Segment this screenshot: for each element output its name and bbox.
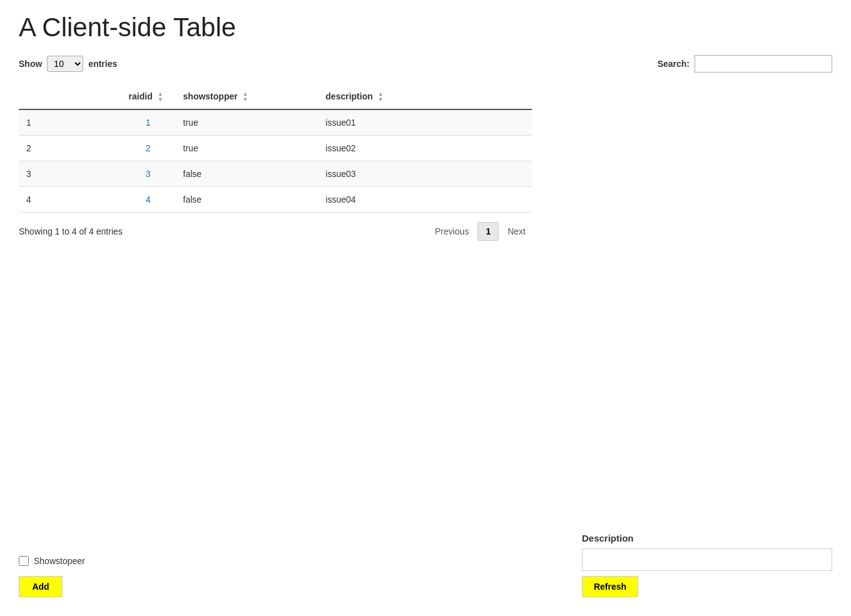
left-form: Showstopeer Add bbox=[19, 556, 85, 597]
col-header-raidid[interactable]: raidid ▲▼ bbox=[61, 85, 175, 109]
pagination-controls: Previous 1 Next bbox=[429, 222, 532, 241]
description-label: Description bbox=[582, 533, 832, 543]
next-button[interactable]: Next bbox=[501, 223, 532, 240]
cell-raidid: 1 bbox=[61, 109, 175, 136]
bottom-section: Showstopeer Add Description Refresh bbox=[0, 520, 851, 616]
cell-rownum: 3 bbox=[19, 161, 61, 187]
cell-rownum: 2 bbox=[19, 136, 61, 161]
col-header-rownum bbox=[19, 85, 61, 109]
table-row: 4 4 false issue04 bbox=[19, 187, 532, 213]
raidid-sort-icon[interactable]: ▲▼ bbox=[158, 91, 163, 103]
table-header-row: raidid ▲▼ showstopper ▲▼ description ▲▼ bbox=[19, 85, 532, 109]
table-row: 3 3 false issue03 bbox=[19, 161, 532, 187]
controls-row: Show 10 25 50 100 entries Search: bbox=[19, 55, 832, 73]
cell-raidid: 4 bbox=[61, 187, 175, 213]
cell-rownum: 4 bbox=[19, 187, 61, 213]
cell-raidid: 2 bbox=[61, 136, 175, 161]
right-form: Description Refresh bbox=[582, 533, 832, 597]
show-label: Show bbox=[19, 59, 42, 69]
col-header-description-label: description bbox=[325, 91, 372, 101]
data-table: raidid ▲▼ showstopper ▲▼ description ▲▼ … bbox=[19, 85, 532, 213]
col-header-description[interactable]: description ▲▼ bbox=[318, 85, 532, 109]
cell-showstopper: true bbox=[176, 136, 318, 161]
col-header-raidid-label: raidid bbox=[129, 91, 153, 101]
page-title: A Client-side Table bbox=[19, 13, 832, 43]
search-label: Search: bbox=[658, 59, 690, 69]
cell-description: issue02 bbox=[318, 136, 532, 161]
cell-showstopper: false bbox=[176, 187, 318, 213]
search-input[interactable] bbox=[695, 55, 832, 73]
table-row: 2 2 true issue02 bbox=[19, 136, 532, 161]
description-sort-icon[interactable]: ▲▼ bbox=[378, 91, 384, 103]
showstopper-row: Showstopeer bbox=[19, 556, 85, 566]
entries-label: entries bbox=[88, 59, 117, 69]
pagination-row: Showing 1 to 4 of 4 entries Previous 1 N… bbox=[19, 222, 532, 241]
cell-showstopper: false bbox=[176, 161, 318, 187]
search-area: Search: bbox=[658, 55, 832, 73]
cell-showstopper: true bbox=[176, 109, 318, 136]
showstopper-checkbox[interactable] bbox=[19, 556, 29, 566]
showstopper-sort-icon[interactable]: ▲▼ bbox=[243, 91, 248, 103]
refresh-button[interactable]: Refresh bbox=[582, 576, 638, 597]
description-input[interactable] bbox=[582, 548, 832, 571]
cell-description: issue01 bbox=[318, 109, 532, 136]
col-header-showstopper[interactable]: showstopper ▲▼ bbox=[176, 85, 318, 109]
previous-button[interactable]: Previous bbox=[429, 223, 475, 240]
cell-raidid: 3 bbox=[61, 161, 175, 187]
pagination-info: Showing 1 to 4 of 4 entries bbox=[19, 226, 123, 236]
cell-rownum: 1 bbox=[19, 109, 61, 136]
col-header-showstopper-label: showstopper bbox=[183, 91, 238, 101]
add-button[interactable]: Add bbox=[19, 576, 63, 597]
showstopper-label: Showstopeer bbox=[34, 556, 85, 566]
show-entries-select[interactable]: 10 25 50 100 bbox=[47, 56, 83, 72]
cell-description: issue03 bbox=[318, 161, 532, 187]
show-entries-control: Show 10 25 50 100 entries bbox=[19, 56, 117, 72]
page-1-button[interactable]: 1 bbox=[477, 222, 499, 241]
table-row: 1 1 true issue01 bbox=[19, 109, 532, 136]
cell-description: issue04 bbox=[318, 187, 532, 213]
